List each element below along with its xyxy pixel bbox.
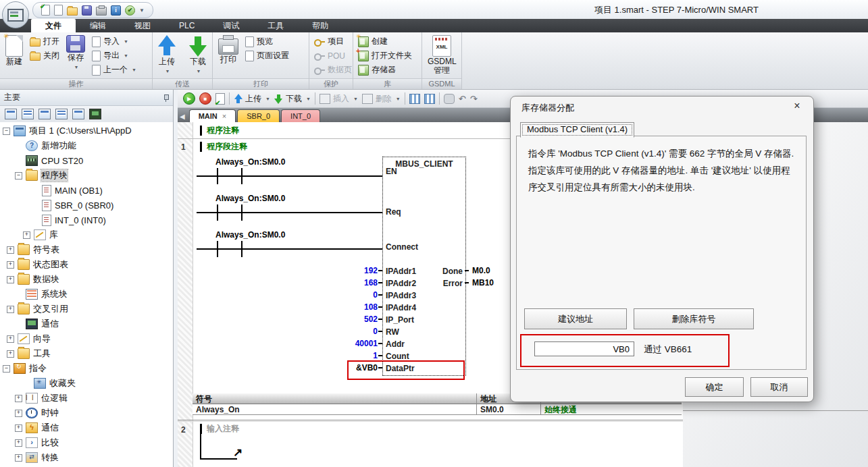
param-value[interactable]: 108 (333, 302, 378, 312)
expand-icon[interactable] (15, 424, 22, 432)
tree-item-comm-instructions[interactable]: 通信 (0, 420, 173, 435)
close-button[interactable]: 关闭 (28, 49, 61, 63)
collapse-icon[interactable] (3, 128, 10, 135)
undo-icon[interactable]: ↶ (459, 94, 466, 103)
expand-icon[interactable] (15, 410, 22, 417)
import-button[interactable]: 导入 (90, 34, 138, 49)
tree-item-int0[interactable]: INT_0 (INT0) (0, 213, 173, 227)
param-value[interactable]: 0 (333, 327, 378, 336)
tree-item-program-block[interactable]: 程序块 (0, 168, 173, 183)
expand-icon[interactable] (7, 306, 14, 313)
network2-comment[interactable]: 输入注释 (200, 424, 239, 434)
tree-item-clock[interactable]: 时钟 (0, 406, 173, 420)
compile-icon[interactable] (215, 93, 225, 105)
print-icon[interactable] (96, 7, 107, 16)
save-dropdown-icon[interactable] (74, 63, 79, 72)
output-value[interactable]: MB10 (472, 278, 494, 287)
tree-item-main-ob1[interactable]: MAIN (OB1) (0, 183, 173, 198)
download-button[interactable]: 下载 (186, 34, 210, 76)
tree-item-data-block[interactable]: 数据块 (0, 272, 173, 287)
upload-caret-icon[interactable] (265, 97, 270, 101)
tree-item-instructions[interactable]: 指令 (0, 361, 173, 376)
tree-item-project[interactable]: 项目 1 (C:\Users\LH\AppD (0, 123, 173, 138)
param-value[interactable]: 40001 (333, 339, 378, 348)
contact-bar-icon[interactable] (241, 241, 242, 257)
stop-icon[interactable]: ■ (199, 92, 211, 105)
menu-tab-view[interactable]: 视图 (120, 19, 165, 32)
info-icon[interactable] (111, 5, 121, 16)
download-dropdown-icon[interactable] (197, 67, 201, 76)
previous-button[interactable]: 上一个 (90, 63, 138, 77)
pause-status-icon[interactable] (424, 94, 435, 104)
program-comment[interactable]: 程序注释 (200, 126, 239, 136)
contact-label[interactable]: Always_On:SM0.0 (215, 157, 285, 167)
create-library-button[interactable]: 创建 (356, 34, 414, 49)
bookmark-icon[interactable] (444, 94, 455, 104)
menu-tab-debug[interactable]: 调试 (209, 19, 253, 32)
tab-int0[interactable]: INT_0 (281, 109, 320, 122)
collapse-icon[interactable] (15, 172, 22, 180)
expand-icon[interactable] (7, 335, 14, 343)
expand-icon[interactable] (7, 246, 14, 254)
export-button[interactable]: 导出 (90, 49, 138, 63)
mbus-client-block[interactable]: MBUS_CLIENT EN Req Connect IPAddr1 IPAdd… (382, 157, 466, 376)
menu-tab-tools[interactable]: 工具 (253, 19, 298, 32)
suggest-address-button[interactable]: 建议地址 (524, 308, 627, 329)
program-status-icon[interactable] (409, 94, 420, 104)
menu-tab-help[interactable]: 帮助 (298, 19, 342, 32)
contact-bar-icon[interactable] (217, 241, 218, 257)
tree-item-library[interactable]: 库 (0, 227, 173, 242)
contact-bar-icon[interactable] (241, 168, 242, 184)
symbol-table-shortcut-icon[interactable] (5, 109, 17, 119)
insert-button[interactable]: 插入 (320, 93, 358, 105)
contact-bar-icon[interactable] (217, 168, 218, 184)
open-library-folder-button[interactable]: 打开文件夹 (356, 49, 414, 63)
tree-item-wizard[interactable]: 向导 (0, 331, 173, 346)
expand-icon[interactable] (23, 231, 30, 239)
gsdml-manage-button[interactable]: GSDML 管理 (425, 34, 459, 76)
protect-datapage-button[interactable]: 数据页 (312, 63, 354, 77)
menu-tab-edit[interactable]: 编辑 (76, 19, 120, 32)
expand-icon[interactable] (7, 261, 14, 269)
upload-button[interactable]: 上传 (155, 34, 179, 76)
download-caret-icon[interactable] (306, 97, 311, 101)
cancel-button[interactable]: 取消 (750, 377, 808, 397)
ok-button[interactable]: 确定 (685, 377, 744, 397)
tree-item-tools[interactable]: 工具 (0, 346, 173, 361)
qat-dropdown-icon[interactable]: ▼ (139, 7, 145, 13)
page-setup-button[interactable]: 页面设置 (243, 49, 291, 63)
tree-item-communication[interactable]: 通信 (0, 317, 173, 331)
expand-icon[interactable] (15, 439, 22, 447)
compile-check-icon[interactable] (41, 5, 50, 16)
contact-label[interactable]: Always_On:SM0.0 (215, 194, 285, 203)
tree-item-symbol-table[interactable]: 符号表 (0, 242, 173, 257)
expand-icon[interactable] (7, 276, 14, 283)
application-button[interactable] (2, 1, 29, 28)
data-block-shortcut-icon[interactable] (39, 109, 51, 119)
download-toolbar-button[interactable]: 下载 (274, 93, 311, 105)
upload-dropdown-icon[interactable] (165, 67, 170, 76)
param-value[interactable]: 192 (333, 266, 378, 275)
import-dropdown-icon[interactable] (124, 39, 128, 44)
run-icon[interactable]: ▶ (183, 92, 195, 105)
tab-main[interactable]: MAIN× (189, 109, 236, 122)
cross-reference-shortcut-icon[interactable] (72, 109, 84, 119)
export-dropdown-icon[interactable] (124, 53, 128, 58)
redo-icon[interactable]: ↷ (470, 94, 478, 103)
param-value[interactable]: 0 (333, 290, 378, 300)
collapse-icon[interactable] (3, 365, 10, 373)
delete-button[interactable]: 删除 (362, 93, 401, 105)
tree-item-sbr0[interactable]: SBR_0 (SBR0) (0, 198, 173, 213)
tree-item-new-features[interactable]: 新增功能 (0, 138, 173, 153)
tree-item-compare[interactable]: 比较 (0, 435, 173, 450)
previous-dropdown-icon[interactable] (132, 67, 136, 72)
ok-check-icon[interactable] (125, 5, 135, 16)
upload-toolbar-button[interactable]: 上传 (234, 93, 270, 105)
tree-item-favorites[interactable]: 收藏夹 (0, 376, 173, 391)
tab-sbr0[interactable]: SBR_0 (237, 109, 280, 122)
contact-bar-icon[interactable] (217, 204, 218, 221)
expand-icon[interactable] (7, 350, 14, 358)
network-comment[interactable]: 程序段注释 (200, 142, 247, 152)
open-folder-icon[interactable] (67, 7, 78, 16)
tree-item-bit-logic[interactable]: 位逻辑 (0, 391, 173, 406)
